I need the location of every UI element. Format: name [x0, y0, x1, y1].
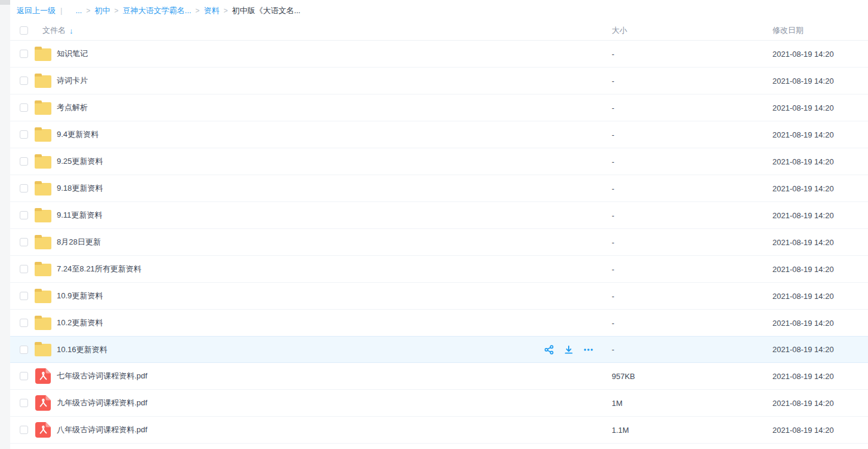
folder-icon [35, 102, 51, 115]
row-checkbox[interactable] [20, 346, 28, 354]
file-name[interactable]: 10.2更新资料 [57, 317, 103, 328]
folder-icon [35, 291, 51, 303]
file-name[interactable]: 九年级古诗词课程资料.pdf [57, 398, 148, 408]
select-all-checkbox[interactable] [20, 26, 28, 35]
breadcrumb-link[interactable]: ... [75, 6, 82, 15]
file-name[interactable]: 七年级古诗词课程资料.pdf [57, 371, 148, 381]
content-area: 返回上一级 | ...>初中>豆神大语文学霸名...>资料>初中版《大语文名..… [10, 0, 868, 444]
column-header-filename-label: 文件名 [42, 25, 66, 36]
file-date: 2021-08-19 14:20 [772, 426, 868, 435]
table-row[interactable]: 诗词卡片 [10, 68, 868, 94]
file-list: 知识笔记 [10, 41, 868, 444]
file-date: 2021-08-19 14:20 [772, 292, 868, 301]
breadcrumb-separator: > [195, 7, 200, 15]
file-name[interactable]: 9.25更新资料 [57, 156, 103, 167]
row-checkbox[interactable] [20, 238, 28, 246]
file-name[interactable]: 9.18更新资料 [57, 183, 103, 194]
breadcrumb-link[interactable]: 豆神大语文学霸名... [122, 6, 191, 15]
folder-icon [35, 48, 51, 61]
column-header-date: 修改日期 [772, 25, 868, 36]
file-size: 957KB [612, 372, 772, 381]
file-name[interactable]: 9.11更新资料 [57, 210, 102, 221]
file-name[interactable]: 诗词卡片 [57, 75, 88, 86]
breadcrumb: 返回上一级 | ...>初中>豆神大语文学霸名...>资料>初中版《大语文名..… [10, 0, 868, 21]
folder-icon [35, 317, 51, 330]
row-checkbox[interactable] [20, 292, 28, 300]
file-name[interactable]: 8月28日更新 [57, 237, 101, 248]
more-icon[interactable] [582, 344, 594, 355]
scrollbar-thumb[interactable] [0, 0, 10, 5]
folder-icon [35, 237, 51, 249]
folder-icon [35, 264, 51, 276]
row-checkbox[interactable] [20, 157, 28, 166]
table-row[interactable]: 考点解析 [10, 94, 868, 121]
table-row[interactable]: 9.18更新资料 [10, 175, 868, 202]
column-header-size: 大小 [612, 25, 772, 36]
file-name[interactable]: 知识笔记 [57, 48, 88, 59]
file-date: 2021-08-19 14:20 [772, 184, 868, 193]
file-size: - [612, 130, 772, 139]
table-row[interactable]: 9.25更新资料 [10, 148, 868, 175]
row-checkbox[interactable] [20, 372, 28, 380]
table-row[interactable]: 9.11更新资料 [10, 202, 868, 229]
row-checkbox[interactable] [20, 103, 28, 112]
file-date: 2021-08-19 14:20 [772, 238, 868, 247]
row-checkbox[interactable] [20, 265, 28, 273]
file-size: - [612, 157, 772, 166]
row-checkbox[interactable] [20, 77, 28, 85]
row-checkbox[interactable] [20, 211, 28, 219]
file-date: 2021-08-19 14:20 [772, 157, 868, 166]
table-row[interactable]: 10.2更新资料 [10, 310, 868, 337]
table-row[interactable]: 8月28日更新 [10, 229, 868, 256]
pdf-file-icon [35, 395, 51, 411]
file-size: - [612, 77, 772, 85]
folder-icon [35, 210, 51, 222]
file-name[interactable]: 10.16更新资料 [57, 344, 108, 355]
table-row[interactable]: 八年级古诗词课程资料.pdf [10, 417, 868, 444]
share-icon[interactable] [543, 344, 554, 355]
file-date: 2021-08-19 14:20 [772, 319, 868, 328]
file-size: - [612, 211, 772, 220]
row-checkbox[interactable] [20, 130, 28, 139]
row-checkbox[interactable] [20, 184, 28, 193]
file-name[interactable]: 10.9更新资料 [57, 291, 103, 301]
breadcrumb-back-link[interactable]: 返回上一级 [17, 5, 56, 16]
row-hover-actions [543, 344, 594, 355]
table-row[interactable]: 9.4更新资料 [10, 121, 868, 148]
table-row[interactable]: 7.24至8.21所有更新资料 [10, 256, 868, 283]
file-date: 2021-08-19 14:20 [772, 103, 868, 112]
left-edge-strip [0, 0, 10, 449]
file-date: 2021-08-19 14:20 [772, 399, 868, 408]
file-size: - [612, 103, 772, 112]
row-checkbox[interactable] [20, 319, 28, 327]
file-date: 2021-08-19 14:20 [772, 211, 868, 220]
file-name[interactable]: 7.24至8.21所有更新资料 [57, 264, 142, 274]
table-row[interactable]: 七年级古诗词课程资料.pdf [10, 363, 868, 390]
folder-icon [35, 183, 51, 196]
table-row[interactable]: 10.9更新资料 [10, 283, 868, 310]
folder-icon [35, 156, 51, 169]
folder-icon [35, 129, 51, 142]
table-header: 文件名 ↓ 大小 修改日期 [10, 21, 868, 41]
table-row[interactable]: 知识笔记 [10, 41, 868, 68]
download-icon[interactable] [563, 344, 574, 355]
file-size: - [612, 50, 772, 59]
table-row[interactable]: 10.16更新资料 [10, 336, 868, 363]
breadcrumb-link[interactable]: 初中 [94, 6, 110, 15]
file-manager-page: 返回上一级 | ...>初中>豆神大语文学霸名...>资料>初中版《大语文名..… [0, 0, 868, 449]
row-checkbox[interactable] [20, 399, 28, 407]
file-name[interactable]: 考点解析 [57, 102, 88, 113]
file-date: 2021-08-19 14:20 [772, 345, 868, 354]
column-header-filename[interactable]: 文件名 ↓ [33, 25, 612, 36]
breadcrumb-separator: > [86, 7, 90, 15]
table-row[interactable]: 九年级古诗词课程资料.pdf [10, 390, 868, 417]
row-checkbox[interactable] [20, 426, 28, 434]
breadcrumb-link[interactable]: 资料 [204, 6, 219, 15]
row-checkbox[interactable] [20, 50, 28, 58]
file-size: 1M [612, 399, 772, 408]
file-name[interactable]: 八年级古诗词课程资料.pdf [57, 424, 148, 435]
file-name[interactable]: 9.4更新资料 [57, 129, 99, 140]
file-size: - [612, 345, 772, 354]
file-size: - [612, 184, 772, 193]
file-size: - [612, 292, 772, 301]
